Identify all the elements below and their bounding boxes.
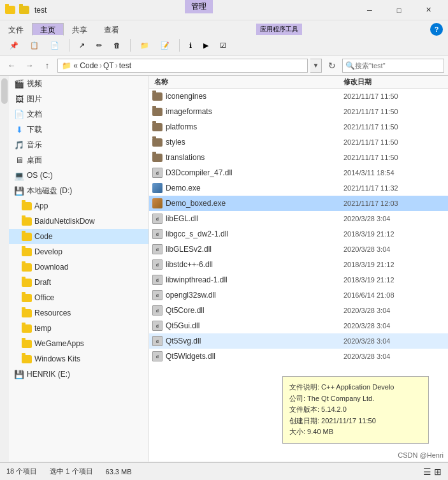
view-controls: ☰ ⊞ bbox=[423, 467, 442, 477]
sidebar-item-drive-d[interactable]: 💾 本地磁盘 (D:) bbox=[9, 183, 148, 198]
file-row-translations[interactable]: translations 2021/11/17 11:50 bbox=[149, 150, 448, 165]
up-button[interactable]: ↑ bbox=[40, 58, 55, 73]
sidebar-item-windowskits[interactable]: Windows Kits bbox=[9, 351, 148, 367]
path-test: test bbox=[119, 61, 131, 70]
ribbon-select[interactable]: ☑ bbox=[215, 40, 231, 52]
tab-home[interactable]: 主页 bbox=[32, 23, 64, 36]
file-date-imageformats: 2021/11/17 11:50 bbox=[343, 108, 445, 115]
dll-libstdc-icon: d bbox=[152, 259, 163, 270]
file-row-demo-boxed[interactable]: Demo_boxed.exe 2021/11/17 12:03 ➜ bbox=[149, 196, 448, 211]
documents-icon: 📄 bbox=[14, 109, 24, 119]
sidebar-item-develop[interactable]: Develop bbox=[9, 244, 148, 259]
file-row-libegl[interactable]: d libEGL.dll 2020/3/28 3:04 bbox=[149, 211, 448, 226]
ribbon-properties[interactable]: ℹ bbox=[185, 40, 196, 52]
status-bar: 18 个项目 选中 1 个项目 63.3 MB ☰ ⊞ bbox=[0, 462, 448, 480]
folder-app-icon bbox=[22, 201, 32, 211]
sidebar-item-temp[interactable]: temp bbox=[9, 321, 148, 336]
file-row-qt5core[interactable]: d Qt5Core.dll 2020/3/28 3:04 bbox=[149, 303, 448, 318]
file-date-qt5core: 2020/3/28 3:04 bbox=[343, 307, 445, 314]
file-name-libgles: libGLESv2.dll bbox=[166, 245, 343, 254]
ribbon-paste[interactable]: 📄 bbox=[46, 40, 64, 52]
sidebar-item-wegame[interactable]: WeGameApps bbox=[9, 336, 148, 351]
file-row-styles[interactable]: styles 2021/11/17 11:50 bbox=[149, 135, 448, 150]
sidebar-item-office[interactable]: Office bbox=[9, 290, 148, 305]
file-date-demo: 2021/11/17 11:32 bbox=[343, 184, 445, 192]
dll-libgcc-icon: d bbox=[152, 228, 163, 240]
ribbon-pin[interactable]: 📌 bbox=[5, 40, 23, 52]
folder-temp-icon bbox=[22, 323, 32, 333]
view-grid-btn[interactable]: ⊞ bbox=[434, 467, 442, 477]
help-button[interactable]: ? bbox=[430, 23, 443, 36]
sidebar-item-code[interactable]: Code bbox=[9, 229, 148, 244]
file-date-libwinpthread: 2018/3/19 21:12 bbox=[343, 276, 445, 284]
search-icon: 🔍 bbox=[345, 61, 355, 70]
tab-file[interactable]: 文件 bbox=[0, 23, 32, 36]
file-row-qt5gui[interactable]: d Qt5Gui.dll 2020/3/28 3:04 bbox=[149, 318, 448, 333]
file-row-d3d[interactable]: d D3Dcompiler_47.dll 2014/3/11 18:54 bbox=[149, 165, 448, 180]
file-name-libwinpthread: libwinpthread-1.dll bbox=[166, 275, 343, 284]
sidebar-item-video[interactable]: 🎬 视频 bbox=[9, 76, 148, 91]
ribbon-open[interactable]: ▶ bbox=[199, 40, 213, 52]
view-list-btn[interactable]: ☰ bbox=[423, 467, 431, 477]
sidebar-item-app[interactable]: App bbox=[9, 198, 148, 214]
tooltip-box: 文件说明: C++ Application Develo 公司: The Qt … bbox=[282, 376, 429, 444]
file-row-imageformats[interactable]: imageformats 2021/11/17 11:50 bbox=[149, 104, 448, 119]
minimize-button[interactable]: ─ bbox=[355, 0, 384, 20]
sidebar-item-pictures[interactable]: 🖼 图片 bbox=[9, 91, 148, 106]
sidebar-item-documents[interactable]: 📄 文档 bbox=[9, 106, 148, 122]
file-row-libstdc[interactable]: d libstdc++-6.dll 2018/3/19 21:12 bbox=[149, 257, 448, 272]
folder-styles-icon bbox=[152, 136, 163, 148]
ribbon-rename[interactable]: ✏ bbox=[92, 40, 106, 52]
tab-view[interactable]: 查看 bbox=[96, 23, 127, 36]
search-box[interactable]: 🔍 bbox=[342, 59, 444, 73]
sidebar-item-desktop[interactable]: 🖥 桌面 bbox=[9, 152, 148, 168]
tooltip-company: 公司: The Qt Company Ltd. bbox=[289, 393, 422, 405]
file-name-opengl32sw: opengl32sw.dll bbox=[166, 291, 343, 300]
file-name-libstdc: libstdc++-6.dll bbox=[166, 260, 343, 269]
sub-label: 应用程序工具 bbox=[256, 24, 302, 35]
ribbon-delete[interactable]: 🗑 bbox=[109, 40, 125, 51]
refresh-button[interactable]: ↻ bbox=[324, 58, 340, 73]
file-row-iconengines[interactable]: iconengines 2021/11/17 11:50 bbox=[149, 89, 448, 104]
sidebar-item-baidu[interactable]: BaiduNetdiskDow bbox=[9, 214, 148, 229]
file-row-qt5widgets[interactable]: d Qt5Widgets.dll 2020/3/28 3:04 bbox=[149, 349, 448, 364]
dll-libwinpthread-icon: d bbox=[152, 274, 163, 286]
ribbon-newitem[interactable]: 📝 bbox=[156, 40, 174, 52]
path-qt: QT bbox=[103, 61, 114, 70]
sidebar-item-resources[interactable]: Resources bbox=[9, 305, 148, 321]
file-row-libgcc[interactable]: d libgcc_s_dw2-1.dll 2018/3/19 21:12 bbox=[149, 226, 448, 242]
address-path[interactable]: 📁 « Code › QT › test bbox=[57, 59, 308, 73]
address-dropdown[interactable]: ▼ bbox=[310, 59, 322, 73]
search-input[interactable] bbox=[355, 62, 441, 69]
file-row-libgles[interactable]: d libGLESv2.dll 2020/3/28 3:04 bbox=[149, 242, 448, 257]
file-row-demo[interactable]: Demo.exe 2021/11/17 11:32 bbox=[149, 180, 448, 196]
sidebar-item-draft[interactable]: Draft bbox=[9, 275, 148, 290]
close-button[interactable]: ✕ bbox=[414, 0, 443, 20]
file-date-libegl: 2020/3/28 3:04 bbox=[343, 215, 445, 222]
sidebar-item-music[interactable]: 🎵 音乐 bbox=[9, 137, 148, 152]
sidebar-item-drive-c[interactable]: 💻 OS (C:) bbox=[9, 168, 148, 183]
sidebar-label-drive-d: 本地磁盘 (D:) bbox=[27, 185, 72, 196]
col-name-header: 名称 bbox=[152, 77, 343, 87]
tab-share[interactable]: 共享 bbox=[64, 23, 96, 36]
file-row-qt5svg[interactable]: d Qt5Svg.dll 2020/3/28 3:04 bbox=[149, 333, 448, 349]
ribbon-copy[interactable]: 📋 bbox=[25, 40, 43, 52]
sidebar-label-downloads: 下载 bbox=[27, 124, 42, 135]
forward-button[interactable]: → bbox=[22, 58, 37, 73]
sidebar-label-drive-c: OS (C:) bbox=[27, 171, 53, 180]
exe-boxed-icon bbox=[152, 198, 163, 209]
file-row-platforms[interactable]: platforms 2021/11/17 11:50 bbox=[149, 119, 448, 135]
back-button[interactable]: ← bbox=[4, 58, 19, 73]
folder-translations-icon bbox=[152, 152, 163, 163]
file-row-opengl32sw[interactable]: d opengl32sw.dll 2016/6/14 21:08 bbox=[149, 287, 448, 303]
file-date-platforms: 2021/11/17 11:50 bbox=[343, 123, 445, 131]
folder-code-icon bbox=[22, 231, 32, 242]
sidebar-item-download[interactable]: Download bbox=[9, 259, 148, 275]
file-name-d3d: D3Dcompiler_47.dll bbox=[166, 168, 343, 177]
ribbon-newfolder[interactable]: 📁 bbox=[136, 40, 154, 52]
sidebar-item-drive-e[interactable]: 💾 HENRIK (E:) bbox=[9, 367, 148, 382]
maximize-button[interactable]: □ bbox=[384, 0, 414, 20]
sidebar-item-downloads[interactable]: ⬇ 下载 bbox=[9, 122, 148, 137]
file-row-libwinpthread[interactable]: d libwinpthread-1.dll 2018/3/19 21:12 bbox=[149, 272, 448, 287]
ribbon-move[interactable]: ↗ bbox=[75, 40, 89, 52]
